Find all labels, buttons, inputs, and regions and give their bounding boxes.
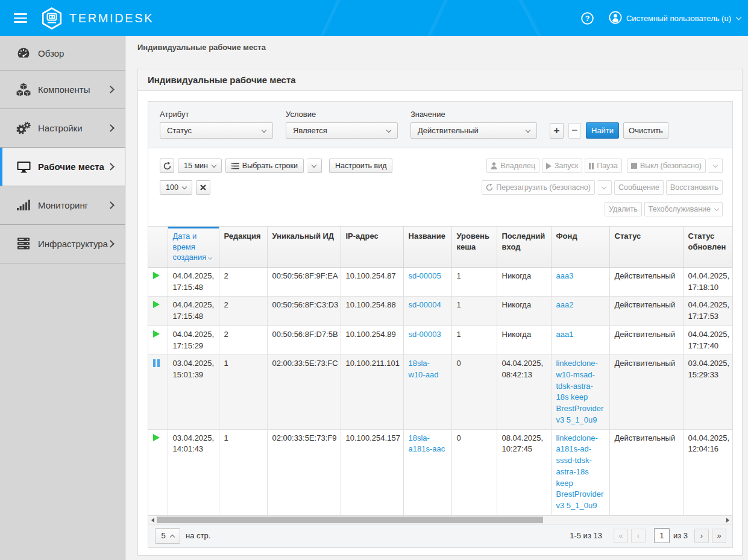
- reboot-dropdown-button[interactable]: [597, 180, 612, 195]
- reboot-safe-button[interactable]: Перезагрузить (безопасно): [482, 180, 595, 195]
- help-icon[interactable]: ?: [581, 12, 594, 25]
- pool-cell: linkedclone-w10-msad-tdsk-astra-18s keep…: [551, 355, 609, 429]
- main-content: Индивидуальные рабочие места Индивидуаль…: [126, 36, 748, 560]
- attribute-label: Атрибут: [160, 110, 273, 119]
- status-cell: Действительный: [609, 297, 683, 326]
- range-label: 1-5 из 13: [570, 531, 602, 540]
- clear-button[interactable]: Очистить: [623, 122, 668, 139]
- column-header-created[interactable]: Дата и время создания: [168, 227, 219, 268]
- table-row: 04.04.2025, 17:15:48200:50:56:8F:C3:D310…: [148, 297, 732, 326]
- delete-button[interactable]: Удалить: [605, 202, 642, 216]
- page-title: Индивидуальные рабочие места: [148, 75, 296, 85]
- select-rows-button[interactable]: Выбрать строки: [225, 159, 304, 173]
- pool-link[interactable]: aaa1: [556, 330, 574, 339]
- user-icon: [609, 11, 622, 26]
- name-link[interactable]: sd-00005: [409, 271, 441, 280]
- clear-rows-button[interactable]: [196, 180, 210, 195]
- sidebar-item-components[interactable]: Компоненты: [0, 71, 125, 109]
- uid-cell: 00:50:56:8F:C3:D3: [267, 297, 341, 326]
- column-header-pool[interactable]: Фонд: [551, 227, 609, 268]
- message-button[interactable]: Сообщение: [614, 180, 664, 195]
- name-link[interactable]: 18sla-w10-aad: [409, 359, 439, 379]
- ip-cell: 10.100.254.87: [341, 268, 403, 297]
- revision-cell: 1: [219, 429, 267, 515]
- per-page-select[interactable]: 5: [155, 528, 180, 544]
- name-link[interactable]: sd-00004: [409, 300, 441, 309]
- chevron-down-icon: [712, 162, 717, 167]
- pause-button[interactable]: Пауза: [585, 159, 622, 173]
- pool-link[interactable]: linkedclone-a181s-ad-sssd-tdsk-astra-18s…: [556, 433, 604, 510]
- power-off-dropdown-button[interactable]: [708, 159, 723, 173]
- scrollbar-thumb[interactable]: [157, 517, 543, 523]
- refresh-interval-button[interactable]: 15 мин: [178, 159, 222, 173]
- name-link[interactable]: 18sla-a181s-aac: [409, 433, 445, 454]
- column-header-revision[interactable]: Редакция: [219, 227, 267, 268]
- sidebar-item-infrastructure[interactable]: Инфраструктура: [0, 225, 125, 263]
- condition-select[interactable]: Является: [286, 122, 398, 139]
- uid-cell: 02:00:33:5E:73:F9: [267, 429, 341, 515]
- refresh-icon: [486, 184, 493, 191]
- table-row: 04.04.2025, 17:15:48200:50:56:8F:9F:EA10…: [148, 268, 732, 297]
- sidebar-item-workplaces[interactable]: Рабочие места: [0, 148, 125, 186]
- scroll-left-icon[interactable]: [151, 518, 154, 523]
- remove-filter-button[interactable]: −: [568, 123, 581, 139]
- column-header-status[interactable]: Статус: [609, 227, 683, 268]
- last-page-button[interactable]: »: [712, 529, 726, 543]
- column-header-state: [148, 227, 168, 268]
- attribute-select[interactable]: Статус: [160, 122, 273, 139]
- column-header-ip[interactable]: IP-адрес: [341, 227, 403, 268]
- revision-cell: 1: [219, 355, 267, 429]
- search-button[interactable]: Найти: [586, 122, 619, 139]
- state-cell: [148, 326, 168, 354]
- scroll-right-icon[interactable]: [726, 518, 729, 523]
- column-header-status-updated[interactable]: Статус обновлен: [683, 227, 732, 268]
- menu-icon[interactable]: [14, 13, 27, 23]
- configure-view-button[interactable]: Настроить вид: [329, 159, 392, 173]
- maintenance-button[interactable]: Техобслуживание: [644, 202, 723, 216]
- select-rows-dropdown-button[interactable]: [307, 159, 322, 173]
- created-cell: 04.04.2025, 17:15:48: [168, 297, 219, 326]
- owner-button[interactable]: Владелец: [486, 159, 539, 173]
- sidebar-item-monitoring[interactable]: Мониторинг: [0, 186, 125, 225]
- sidebar-item-label: Мониторинг: [38, 200, 88, 210]
- sidebar-item-settings[interactable]: Настройки: [0, 109, 125, 148]
- sort-desc-icon: [208, 256, 212, 260]
- total-pages-label: из 3: [673, 531, 688, 540]
- pool-link[interactable]: aaa3: [556, 271, 574, 280]
- pagination-bar: 5 на стр. 1-5 из 13 « ‹ из 3 › »: [148, 524, 733, 548]
- first-page-button[interactable]: «: [614, 529, 628, 543]
- value-select[interactable]: Действительный: [410, 122, 537, 139]
- column-header-last-login[interactable]: Последний вход: [497, 227, 551, 268]
- breadcrumb: Индивидуальные рабочие места: [126, 36, 748, 69]
- column-header-uid[interactable]: Уникальный ИД: [267, 227, 341, 268]
- column-header-name[interactable]: Название: [403, 227, 451, 268]
- sidebar-item-overview[interactable]: Обзор: [0, 36, 125, 71]
- restore-button[interactable]: Восстановить: [666, 180, 723, 195]
- cache-cell: 1: [451, 268, 497, 297]
- pool-link[interactable]: aaa2: [556, 300, 574, 309]
- cache-cell: 1: [451, 297, 497, 326]
- column-header-cache[interactable]: Уровень кеша: [451, 227, 497, 268]
- maintenance-label: Техобслуживание: [649, 205, 711, 213]
- workplaces-table: Дата и время создания Редакция Уникальны…: [148, 227, 732, 515]
- next-page-button[interactable]: ›: [694, 529, 709, 543]
- add-filter-button[interactable]: +: [550, 123, 564, 139]
- prev-page-button[interactable]: ‹: [631, 529, 646, 543]
- user-menu[interactable]: Системный пользователь (u): [609, 11, 741, 26]
- cache-cell: 0: [451, 429, 497, 515]
- refresh-interval-value: 15 мин: [184, 162, 208, 170]
- page-number-input[interactable]: [654, 528, 670, 543]
- filter-section: Атрибут Статус Условие Является: [148, 102, 732, 148]
- start-button[interactable]: Запуск: [542, 159, 582, 173]
- brand[interactable]: TERMIDESK: [42, 7, 154, 30]
- power-off-safe-button[interactable]: Выкл (безопасно): [627, 159, 706, 173]
- pool-link[interactable]: linkedclone-w10-msad-tdsk-astra-18s keep…: [556, 359, 604, 424]
- refresh-button[interactable]: [160, 159, 174, 173]
- chevron-down-icon: [386, 128, 391, 133]
- rows-per-fetch-button[interactable]: 100: [160, 180, 192, 195]
- name-link[interactable]: sd-00003: [409, 330, 441, 339]
- table-row: 03.04.2025, 14:01:43102:00:33:5E:73:F910…: [148, 429, 732, 515]
- chevron-down-icon: [262, 128, 266, 133]
- horizontal-scrollbar[interactable]: [148, 515, 732, 524]
- pool-cell: aaa2: [551, 297, 609, 326]
